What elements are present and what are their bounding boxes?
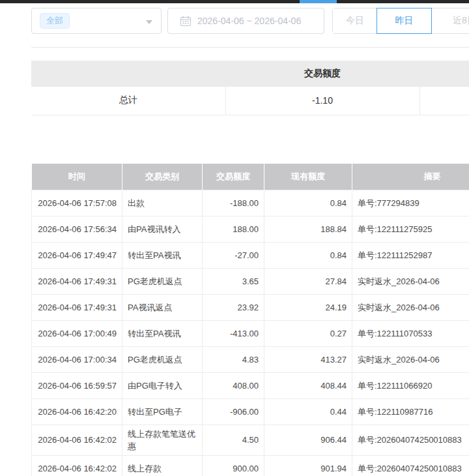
column-header: 摘要: [352, 164, 469, 190]
cell-amount: 900.00: [203, 455, 264, 476]
cell-summary: 实时返水_2026-04-06: [352, 346, 469, 372]
cell-balance: 0.44: [264, 398, 352, 424]
column-header: 现有额度: [264, 164, 352, 190]
cell-amount: -906.00: [203, 398, 264, 424]
cell-amount: -413.00: [203, 320, 264, 346]
summary-header-amount: 交易额度: [225, 61, 419, 87]
category-select[interactable]: 全部: [31, 8, 162, 34]
quick-range-button-2[interactable]: 昨日: [377, 8, 432, 34]
cell-type: 由PA视讯转入: [122, 216, 203, 242]
cell-summary: 单号:122111252987: [352, 242, 469, 268]
table-header-row: 时间交易类别交易额度现有额度摘要: [32, 164, 469, 190]
cell-type: 出款: [122, 190, 203, 216]
cell-time: 2026-04-06 17:49:47: [32, 242, 122, 268]
cell-balance: 0.84: [264, 190, 352, 216]
summary-table: 交易额度 总计 -1.10: [31, 61, 469, 115]
cell-amount: 4.83: [203, 346, 264, 372]
filter-divider: [31, 47, 469, 48]
cell-type: 转出至PG电子: [122, 398, 203, 424]
cell-summary: 实时返水_2026-04-06: [352, 268, 469, 294]
cell-amount: 188.00: [203, 216, 264, 242]
table-row: 2026-04-06 16:42:20转出至PG电子-906.000.44单号:…: [32, 398, 469, 424]
cell-time: 2026-04-06 16:42:02: [32, 424, 122, 455]
cell-type: 转出至PA视讯: [122, 320, 203, 346]
cell-amount: 408.00: [203, 372, 264, 398]
quick-range-button-1[interactable]: 今日: [333, 8, 377, 33]
column-header: 时间: [32, 164, 122, 190]
table-row: 2026-04-06 17:57:08出款-188.000.84单号:77729…: [32, 190, 469, 216]
cell-amount: 23.92: [203, 294, 264, 320]
cell-summary: 单号:202604074250010883: [352, 455, 469, 476]
date-range-value: 2026-04-06 ~ 2026-04-06: [197, 16, 301, 26]
table-row: 2026-04-06 17:00:34PG老虎机返点4.83413.27实时返水…: [32, 346, 469, 372]
cell-summary: 单号:122111070533: [352, 320, 469, 346]
quick-range-button-group: 今日昨日近8日: [332, 8, 469, 34]
cell-balance: 901.94: [264, 455, 352, 476]
transactions-thead: 时间交易类别交易额度现有额度摘要: [32, 164, 469, 190]
summary-header-row: 交易额度: [31, 61, 469, 87]
cell-time: 2026-04-06 17:00:49: [32, 320, 122, 346]
table-row: 2026-04-06 17:49:47转出至PA视讯-27.000.84单号:1…: [32, 242, 469, 268]
cell-amount: 3.65: [203, 268, 264, 294]
cell-type: 由PG电子转入: [122, 372, 203, 398]
table-row: 2026-04-06 17:56:34由PA视讯转入188.00188.84单号…: [32, 216, 469, 242]
chevron-down-icon[interactable]: [146, 20, 152, 24]
cell-balance: 188.84: [264, 216, 352, 242]
cell-time: 2026-04-06 17:56:34: [32, 216, 122, 242]
cell-balance: 27.84: [264, 268, 352, 294]
page: 全部 2026-04-06 ~ 2026-04-06 今日昨日近8日 交易额度 …: [0, 0, 469, 476]
table-row: 2026-04-06 17:49:31PG老虎机返点3.6527.84实时返水_…: [32, 268, 469, 294]
cell-type: 线上存款笔笔送优惠: [122, 424, 203, 455]
cell-balance: 24.19: [264, 294, 352, 320]
column-header: 交易额度: [203, 164, 264, 190]
cell-summary: 单号:777294839: [352, 190, 469, 216]
quick-range-button-3[interactable]: 近8日: [432, 8, 469, 33]
table-row: 2026-04-06 17:00:49转出至PA视讯-413.000.27单号:…: [32, 320, 469, 346]
cell-time: 2026-04-06 16:42:02: [32, 455, 122, 476]
cell-balance: 906.44: [264, 424, 352, 455]
cell-summary: 单号:202604074250010883: [352, 424, 469, 455]
cell-time: 2026-04-06 17:00:34: [32, 346, 122, 372]
cell-summary: 单号:122111066920: [352, 372, 469, 398]
cell-summary: 实时返水_2026-04-06: [352, 294, 469, 320]
cell-time: 2026-04-06 17:49:31: [32, 268, 122, 294]
cell-time: 2026-04-06 17:57:08: [32, 190, 122, 216]
summary-header-empty: [419, 61, 469, 87]
cell-summary: 单号:122110987716: [352, 398, 469, 424]
active-tab-indicator: [300, 0, 337, 3]
cell-type: 转出至PA视讯: [122, 242, 203, 268]
cell-amount: -27.00: [203, 242, 264, 268]
summary-total-label: 总计: [31, 87, 225, 115]
cell-summary: 单号:122111275925: [352, 216, 469, 242]
cell-balance: 408.44: [264, 372, 352, 398]
cell-amount: -188.00: [203, 190, 264, 216]
cell-balance: 0.27: [264, 320, 352, 346]
cell-amount: 4.50: [203, 424, 264, 455]
cell-type: PG老虎机返点: [122, 346, 203, 372]
calendar-icon: [180, 16, 191, 26]
transactions-tbody: 2026-04-06 17:57:08出款-188.000.84单号:77729…: [32, 190, 469, 476]
summary-header-empty: [31, 61, 225, 87]
cell-time: 2026-04-06 16:42:20: [32, 398, 122, 424]
transactions-table: 时间交易类别交易额度现有额度摘要 2026-04-06 17:57:08出款-1…: [31, 164, 469, 476]
table-row: 2026-04-06 16:42:02线上存款900.00901.94单号:20…: [32, 455, 469, 476]
column-header: 交易类别: [122, 164, 203, 190]
cell-time: 2026-04-06 17:49:31: [32, 294, 122, 320]
cell-balance: 413.27: [264, 346, 352, 372]
selected-category-tag[interactable]: 全部: [40, 13, 70, 29]
cell-balance: 0.84: [264, 242, 352, 268]
cell-type: PG老虎机返点: [122, 268, 203, 294]
summary-total-row: 总计 -1.10: [31, 87, 469, 115]
summary-empty-cell: [419, 87, 469, 115]
top-strip: [0, 0, 469, 3]
cell-time: 2026-04-06 16:59:57: [32, 372, 122, 398]
table-row: 2026-04-06 16:59:57由PG电子转入408.00408.44单号…: [32, 372, 469, 398]
summary-total-value: -1.10: [225, 87, 419, 115]
cell-type: PA视讯返点: [122, 294, 203, 320]
table-row: 2026-04-06 16:42:02线上存款笔笔送优惠4.50906.44单号…: [32, 424, 469, 455]
cell-type: 线上存款: [122, 455, 203, 476]
table-row: 2026-04-06 17:49:31PA视讯返点23.9224.19实时返水_…: [32, 294, 469, 320]
date-range-picker[interactable]: 2026-04-06 ~ 2026-04-06: [167, 8, 324, 34]
